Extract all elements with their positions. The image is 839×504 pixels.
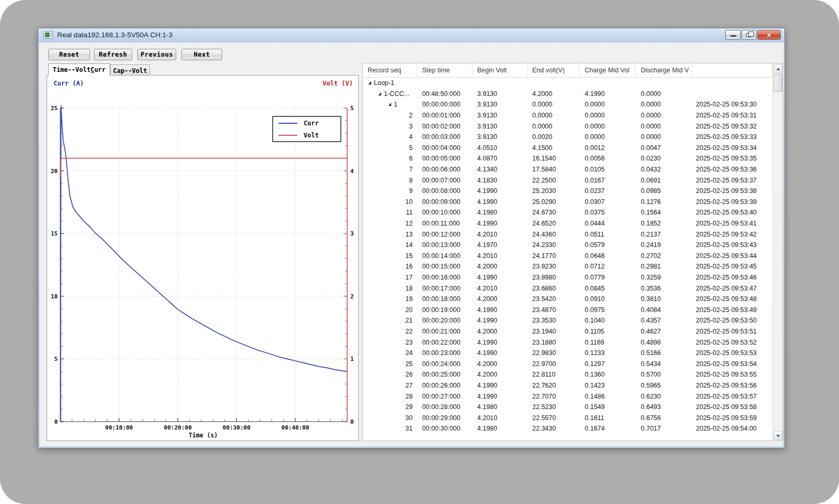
charge-mid-cell: 0.0646 xyxy=(580,252,636,260)
record-seq-cell: 22 xyxy=(363,328,417,335)
volt-line-swatch xyxy=(278,135,297,136)
tree-expander-icon[interactable] xyxy=(378,92,381,95)
table-row[interactable]: 2100:00:20:0004.199023.35300.10400.43572… xyxy=(363,315,772,326)
step-time-cell: 00:00:29:000 xyxy=(417,414,472,422)
tree-expander-icon[interactable] xyxy=(388,103,391,106)
column-header[interactable]: Record seq xyxy=(363,63,417,77)
begin-volt-cell: 4.2000 xyxy=(472,263,528,270)
minimize-button[interactable] xyxy=(725,30,741,40)
timestamp-cell: 2025-02-25 09:53:32 xyxy=(691,123,772,130)
refresh-button[interactable]: Refresh xyxy=(94,49,132,60)
begin-volt-cell: 4.2000 xyxy=(472,328,528,335)
table-row[interactable]: 3100:00:30:0004.198022.34300.16740.70172… xyxy=(363,423,772,434)
timestamp-cell: 2025-02-25 09:53:36 xyxy=(691,166,772,173)
scroll-down-button[interactable] xyxy=(773,431,782,440)
close-button[interactable]: × xyxy=(757,30,781,40)
svg-text:0: 0 xyxy=(350,419,354,425)
table-row[interactable]: 3000:00:29:0004.201022.55700.16110.67562… xyxy=(363,412,772,423)
charge-mid-cell: 0.0444 xyxy=(580,220,636,227)
scroll-up-button[interactable] xyxy=(773,64,782,73)
begin-volt-cell: 4.1980 xyxy=(472,209,528,216)
discharge-mid-cell: 0.0985 xyxy=(636,187,691,195)
tab-cap-volt[interactable]: Cap--Volt xyxy=(110,65,150,76)
table-row[interactable]: 1300:00:12:0004.201024.43600.05110.21372… xyxy=(363,229,772,240)
restore-button[interactable] xyxy=(741,30,757,40)
table-row[interactable]: 300:00:02:0003.91300.00000.00000.0000202… xyxy=(363,121,772,132)
table-row[interactable]: 2500:00:24:0004.200022.97000.12970.54342… xyxy=(363,358,772,369)
vertical-scrollbar[interactable] xyxy=(772,63,782,441)
table-row[interactable]: 2800:00:27:0004.199022.70700.14860.62302… xyxy=(363,391,772,402)
table-row[interactable]: 2900:00:28:0004.198022.52300.15490.64932… xyxy=(363,402,772,413)
step-time-cell: 00:00:03:000 xyxy=(417,133,472,141)
charge-mid-cell: 0.0000 xyxy=(580,112,636,119)
tab-label: Time--Volt xyxy=(52,66,90,73)
table-row[interactable]: 400:00:03:0003.91300.00200.00000.0000202… xyxy=(363,132,772,143)
table-row[interactable]: 2200:00:21:0004.200023.19400.11050.46272… xyxy=(363,326,772,337)
charge-mid-cell: 0.1105 xyxy=(580,328,636,335)
table-row[interactable]: 1400:00:13:0004.197024.23300.05790.24192… xyxy=(363,240,772,251)
table-row[interactable]: 1200:00:11:0004.199024.65200.04440.18522… xyxy=(363,218,772,229)
column-header[interactable] xyxy=(691,63,772,77)
table-row[interactable]: 1100:00:10:0004.198024.67300.03750.15642… xyxy=(363,207,772,218)
table-row[interactable]: 900:00:08:0004.199025.20300.02370.098520… xyxy=(363,186,772,197)
discharge-mid-cell: 0.4627 xyxy=(636,328,691,335)
timestamp-cell: 2025-02-25 09:53:57 xyxy=(691,393,772,400)
table-row[interactable]: 1700:00:16:0004.199023.89800.07790.32592… xyxy=(363,272,772,283)
table-row[interactable]: 1000:00:09:0004.199025.02900.03070.12762… xyxy=(363,197,772,208)
record-seq-cell: 7 xyxy=(363,166,417,173)
previous-button[interactable]: Previous xyxy=(137,49,176,60)
end-volt-cell: 24.1770 xyxy=(528,252,580,260)
end-volt-cell: 22.9700 xyxy=(528,360,580,368)
table-row[interactable]: Loop-1 xyxy=(363,78,772,89)
table-row[interactable]: 800:00:07:0004.183022.25000.01670.069120… xyxy=(363,175,772,186)
table-row[interactable]: 1500:00:14:0004.201024.17700.06460.27022… xyxy=(363,251,772,262)
table-row[interactable]: 2300:00:22:0004.199023.18800.11690.48982… xyxy=(363,337,772,348)
table-row[interactable]: 200:00:01:0003.91300.00000.00000.0000202… xyxy=(363,110,772,121)
end-volt-cell: 4.1500 xyxy=(528,144,580,152)
table-row[interactable]: 600:00:05:0004.087016.15400.00560.023020… xyxy=(363,153,772,164)
table-row[interactable]: 700:00:06:0004.134017.58400.01050.043220… xyxy=(363,164,772,175)
table-row[interactable]: 2600:00:25:0004.200022.81100.13600.57002… xyxy=(363,369,772,380)
column-header[interactable]: Charge Mid Vol xyxy=(580,63,636,77)
discharge-mid-cell: 0.5166 xyxy=(636,349,691,357)
svg-text:00:20:00: 00:20:00 xyxy=(164,424,192,431)
charge-mid-cell: 0.1674 xyxy=(580,425,636,432)
column-header[interactable]: End volt(V) xyxy=(528,63,580,77)
begin-volt-cell: 4.1990 xyxy=(472,382,528,389)
table-row[interactable]: 1600:00:15:0004.200023.92300.07120.29812… xyxy=(363,261,772,272)
step-time-cell: 00:00:15:000 xyxy=(417,263,472,270)
begin-volt-cell: 4.2010 xyxy=(472,414,528,422)
column-header[interactable]: Discharge Mid V xyxy=(636,63,691,77)
timestamp-cell: 2025-02-25 09:53:34 xyxy=(691,144,772,152)
tree-expander-icon[interactable] xyxy=(368,81,371,84)
timestamp-cell: 2025-02-25 09:53:59 xyxy=(691,414,772,422)
step-time-cell: 00:00:13:000 xyxy=(417,241,472,249)
table-row[interactable]: 1800:00:17:0004.201023.68600.08450.35362… xyxy=(363,283,772,294)
charge-mid-cell: 4.1990 xyxy=(580,90,636,98)
timestamp-cell: 2025-02-25 09:53:49 xyxy=(691,306,772,314)
column-header[interactable]: Begin Volt xyxy=(472,63,528,77)
table-row[interactable]: 500:00:04:0004.05104.15000.00120.0047202… xyxy=(363,143,772,154)
charge-mid-cell: 0.0712 xyxy=(580,263,636,270)
table-row[interactable]: 1900:00:18:0004.200023.54200.09100.38102… xyxy=(363,294,772,305)
next-button[interactable]: Next xyxy=(181,49,222,60)
titlebar[interactable]: Real data192.168.1.3-5V50A CH:1-3 × xyxy=(38,28,784,42)
timestamp-cell: 2025-02-25 09:54:00 xyxy=(691,425,772,432)
table-row[interactable]: 2700:00:26:0004.199022.76200.14230.59652… xyxy=(363,380,772,391)
column-header[interactable]: Step time xyxy=(417,63,472,77)
reset-button[interactable]: Reset xyxy=(48,49,90,60)
scrollbar-thumb[interactable] xyxy=(773,74,782,92)
app-icon xyxy=(44,31,53,39)
table-row[interactable]: 2000:00:19:0004.199023.48700.09750.40842… xyxy=(363,304,772,315)
table-row[interactable]: 2400:00:23:0004.199022.98300.12330.51662… xyxy=(363,348,772,359)
step-time-cell: 00:00:22:000 xyxy=(417,339,472,346)
table-row[interactable]: 1-CCC...00:48:50:0003.91304.20004.19900.… xyxy=(363,89,772,100)
table-row[interactable]: 100:00:00:0003.91300.00000.00000.0000202… xyxy=(363,99,772,110)
record-seq-cell: 19 xyxy=(363,295,417,303)
tab-time-voltcurr[interactable]: Time--VoltCurr xyxy=(48,63,110,76)
discharge-mid-cell: 0.2419 xyxy=(636,241,691,249)
step-time-cell: 00:00:24:000 xyxy=(417,360,472,368)
record-seq-cell: 1-CCC... xyxy=(363,90,417,98)
discharge-mid-cell: 0.4084 xyxy=(636,306,691,314)
begin-volt-cell: 4.1990 xyxy=(472,393,528,400)
